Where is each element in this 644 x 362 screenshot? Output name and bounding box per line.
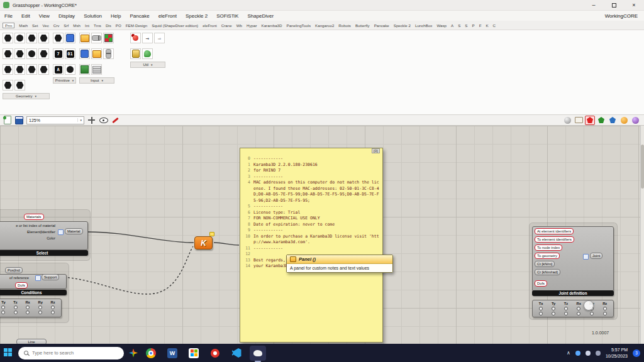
joint-input-capsule[interactable]: To node index [535,244,562,251]
taskbar-search[interactable] [18,347,124,359]
dof-checkbox[interactable] [14,305,18,309]
category-tab[interactable]: K [486,23,488,28]
select-component-name[interactable]: Select [0,250,88,256]
component-icon[interactable] [79,64,90,75]
menu-item[interactable]: View [35,13,54,19]
component-icon[interactable]: 7 [53,48,64,59]
joint-output-capsule[interactable]: Joint [590,253,602,259]
category-tab[interactable]: Math [19,23,28,28]
dof-checkbox[interactable] [1,305,5,309]
dof-checkbox[interactable] [603,307,607,310]
category-tab[interactable]: Set [32,23,38,28]
menu-item[interactable]: File [0,13,17,19]
component-icon[interactable] [91,48,102,59]
joint-input-capsule[interactable]: Cr [kNm/rad] [535,269,560,275]
component-icon[interactable] [142,48,153,59]
notification-badge[interactable]: 3 [633,349,640,357]
component-icon[interactable] [53,33,64,43]
component-icon[interactable] [26,48,37,59]
category-tab[interactable]: Crane [221,23,232,28]
component-icon[interactable] [38,48,49,59]
support-output-capsule[interactable]: Support [42,274,59,280]
zoom-dropdown[interactable]: 125% ▾ [26,116,84,124]
close-button[interactable]: × [624,0,644,10]
component-icon[interactable] [3,64,13,75]
dof-checkbox[interactable] [539,307,543,310]
category-tab[interactable]: Vec [42,23,48,28]
component-icon[interactable]: 01 [65,48,75,59]
network-tray-icon[interactable] [596,351,601,356]
category-tab[interactable]: P [472,23,474,28]
component-icon[interactable] [130,48,141,59]
conditions-component-name[interactable]: Conditions [0,290,67,295]
zoom-extents-icon[interactable] [87,116,96,124]
palette-group-label[interactable]: Primitive▾ [53,77,76,84]
category-tab[interactable]: FEM-Design [126,23,147,28]
dof-checkbox[interactable] [577,312,580,315]
category-tab[interactable]: Robots [338,23,351,28]
menu-item[interactable]: Pancake [126,13,154,19]
category-tab[interactable]: F [479,23,482,28]
component-icon[interactable] [14,33,25,43]
plane-of-reference-label[interactable]: of reference [0,276,29,280]
palette-group-label[interactable]: Geometry▾ [3,93,50,99]
line-param-capsule[interactable]: Line [16,339,47,344]
menu-item[interactable]: Speckle 2 [181,13,212,19]
dof-checkbox[interactable] [38,305,42,309]
category-tab[interactable]: C [493,23,496,28]
sketch-pen-icon[interactable] [111,116,120,124]
volume-tray-icon[interactable] [586,351,591,356]
input-param-label[interactable]: Element|Identifier [27,230,55,234]
dof-checkbox[interactable] [26,310,30,314]
component-icon[interactable] [38,64,49,75]
component-icon[interactable] [130,33,141,43]
definition-canvas[interactable]: Materials e or list index of materialEle… [0,126,644,344]
dof-checkbox[interactable] [564,307,568,310]
component-icon[interactable] [38,33,49,43]
component-icon[interactable]: A [53,64,64,75]
menu-item[interactable]: Solution [79,13,106,19]
component-icon[interactable] [26,64,37,75]
category-tab[interactable]: A [451,23,453,28]
dof-checkbox[interactable] [603,312,607,315]
category-tab[interactable]: Wasp [436,23,447,28]
category-tab[interactable]: Kangaroo2 [315,23,334,28]
category-tab[interactable]: Pancake [374,23,389,28]
display-mode-icon[interactable] [585,116,595,125]
display-mode-icon[interactable] [574,116,584,125]
joint-input-capsule[interactable]: Ct [kN/m] [535,261,555,267]
dof-checkbox[interactable] [26,305,30,309]
component-icon[interactable]: → [142,33,153,43]
category-tab[interactable]: Crv [53,23,60,28]
search-input[interactable] [32,350,118,356]
canvas-scrollbar[interactable] [640,126,644,344]
input-param-label[interactable]: e or list index of material [16,224,55,228]
posind-header-capsule[interactable]: Pos|Ind [5,267,23,273]
dof-checkbox[interactable] [577,307,580,310]
joint-input-capsule[interactable]: To element identifiers [535,236,574,243]
palette-group-label[interactable]: Util▾ [130,62,165,68]
category-tab[interactable]: Prm [3,23,14,28]
category-tab[interactable]: S [458,23,460,28]
preview-eye-icon[interactable] [99,116,108,124]
dof-checkbox[interactable] [51,305,55,309]
display-mode-icon[interactable] [608,116,618,125]
component-icon[interactable] [26,33,37,43]
component-icon[interactable] [14,80,25,90]
component-icon[interactable] [91,64,102,75]
menu-item[interactable]: SOFiSTiK [212,13,243,19]
dof-checkbox[interactable] [1,310,5,314]
dof-checkbox[interactable] [552,312,555,315]
word-icon[interactable]: W [164,346,180,361]
dof-checkbox[interactable] [564,312,568,315]
maximize-button[interactable] [604,0,624,10]
dofs-input-capsule[interactable]: Dofs [15,282,28,288]
scrollbar-thumb[interactable] [641,145,644,189]
category-tab[interactable]: Speckle 2 [394,23,411,28]
category-tab[interactable]: Dis [106,23,111,28]
category-tab[interactable]: S [465,23,467,28]
save-icon[interactable] [14,116,24,124]
grasshopper-taskbar-icon[interactable] [250,346,266,361]
category-tab[interactable]: Hypar [247,23,257,28]
component-icon[interactable] [3,48,13,59]
